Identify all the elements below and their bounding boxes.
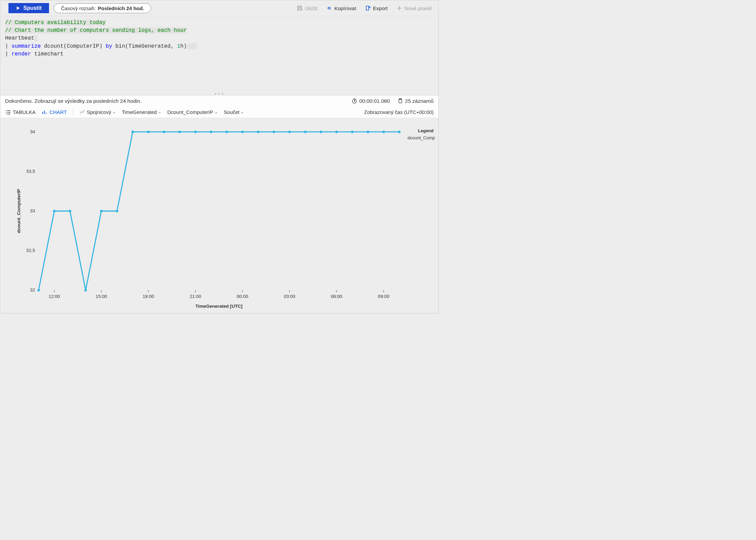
svg-point-39 xyxy=(241,131,244,133)
status-message: Dokončeno. Zobrazují se výsledky za posl… xyxy=(5,98,142,104)
svg-text:03:00: 03:00 xyxy=(284,294,295,299)
svg-point-33 xyxy=(147,131,149,133)
svg-point-38 xyxy=(225,131,228,133)
legend-title: Legend xyxy=(406,128,434,133)
stopwatch-icon xyxy=(351,98,357,104)
chevron-down-icon: ⌄ xyxy=(241,110,244,114)
copy-button[interactable]: Kopírovat xyxy=(324,4,358,13)
svg-point-45 xyxy=(335,131,338,133)
chart-area: 3232,53333,53412:0015:0018:0021:0000:000… xyxy=(0,118,438,313)
svg-point-29 xyxy=(84,289,87,291)
new-rule-label: Nové pravid xyxy=(405,5,432,11)
svg-text:00:00: 00:00 xyxy=(237,294,248,299)
chart-canvas[interactable]: 3232,53333,53412:0015:0018:0021:0000:000… xyxy=(14,125,403,310)
svg-text:09:00: 09:00 xyxy=(378,294,389,299)
clipboard-icon xyxy=(397,98,403,104)
svg-point-41 xyxy=(273,131,275,133)
svg-point-27 xyxy=(53,210,55,212)
legend-series-label: dcount_Compu xyxy=(408,135,435,140)
svg-point-48 xyxy=(382,131,385,133)
svg-point-49 xyxy=(398,131,400,133)
x-field-dropdown[interactable]: TimeGenerated ⌄ xyxy=(122,109,161,115)
new-rule-button[interactable]: Nové pravid xyxy=(394,4,434,13)
y-field-label: Dcount_ComputerIP xyxy=(167,109,213,115)
export-button[interactable]: Export xyxy=(363,4,390,13)
svg-text:34: 34 xyxy=(30,129,35,134)
line-chart-icon xyxy=(79,109,86,115)
chart-legend: Legend dcount_Compu xyxy=(403,125,435,310)
svg-point-43 xyxy=(304,131,306,133)
query-editor-app: Spustit Časový rozsah: Posledních 24 hod… xyxy=(0,0,439,313)
aggregation-label: Součet xyxy=(224,109,240,115)
svg-point-26 xyxy=(38,289,40,291)
svg-text:TimeGenerated [UTC]: TimeGenerated [UTC] xyxy=(195,304,242,309)
svg-point-35 xyxy=(178,131,181,133)
tab-table-label: TABULKA xyxy=(13,109,35,115)
aggregation-dropdown[interactable]: Součet ⌄ xyxy=(224,109,244,115)
link-icon xyxy=(326,5,332,11)
legend-item[interactable]: dcount_Compu xyxy=(406,135,434,140)
svg-text:dcount_ComputerIP: dcount_ComputerIP xyxy=(16,189,21,233)
svg-point-28 xyxy=(69,210,71,212)
tab-chart[interactable]: CHART xyxy=(42,109,67,115)
svg-text:33,5: 33,5 xyxy=(26,169,35,174)
svg-text:33: 33 xyxy=(30,208,35,213)
timerange-value: Posledních 24 hod. xyxy=(98,5,144,11)
plus-icon xyxy=(396,5,403,11)
svg-text:15:00: 15:00 xyxy=(96,294,107,299)
tab-chart-label: CHART xyxy=(49,109,67,115)
export-label: Export xyxy=(373,5,388,11)
chart-icon xyxy=(42,109,48,115)
svg-point-40 xyxy=(257,131,259,133)
svg-text:12:00: 12:00 xyxy=(49,294,60,299)
chart-type-dropdown[interactable]: Spojnicový ⌄ xyxy=(79,109,116,115)
svg-text:32,5: 32,5 xyxy=(26,248,35,253)
save-label: Uložit xyxy=(305,5,318,11)
timerange-picker[interactable]: Časový rozsah: Posledních 24 hod. xyxy=(54,3,151,13)
save-icon xyxy=(297,5,303,11)
timerange-prefix: Časový rozsah: xyxy=(61,5,96,11)
svg-point-37 xyxy=(210,131,212,133)
query-editor[interactable]: // Computers availability today// Chart … xyxy=(0,16,438,93)
toolbar: Spustit Časový rozsah: Posledních 24 hod… xyxy=(0,0,438,16)
play-icon xyxy=(16,6,21,10)
table-icon xyxy=(5,109,11,115)
save-button[interactable]: Uložit xyxy=(295,4,320,13)
svg-point-46 xyxy=(351,131,353,133)
chevron-down-icon: ⌄ xyxy=(158,110,161,114)
chart-type-label: Spojnicový xyxy=(87,109,112,115)
record-count: 25 záznamů xyxy=(397,98,434,104)
record-value: 25 záznamů xyxy=(405,98,434,104)
svg-point-30 xyxy=(100,210,102,212)
export-icon xyxy=(365,5,371,11)
svg-text:21:00: 21:00 xyxy=(190,294,201,299)
timezone-label[interactable]: Zobrazovaný čas (UTC+00:00) xyxy=(364,109,434,115)
copy-label: Kopírovat xyxy=(334,5,356,11)
chevron-down-icon: ⌄ xyxy=(215,110,218,114)
svg-text:18:00: 18:00 xyxy=(143,294,154,299)
result-toolbar: TABULKA CHART Spojnicový ⌄ TimeGenerated… xyxy=(0,107,438,118)
svg-point-31 xyxy=(116,210,118,212)
run-button-label: Spustit xyxy=(23,5,42,11)
svg-text:32: 32 xyxy=(30,287,35,292)
svg-point-44 xyxy=(320,131,322,133)
svg-point-32 xyxy=(131,131,134,133)
y-field-dropdown[interactable]: Dcount_ComputerIP ⌄ xyxy=(167,109,218,115)
status-bar: Dokončeno. Zobrazují se výsledky za posl… xyxy=(0,95,438,107)
run-button[interactable]: Spustit xyxy=(8,3,49,13)
elapsed-time: 00:00:01.080 xyxy=(351,98,390,104)
svg-point-36 xyxy=(194,131,197,133)
chevron-down-icon: ⌄ xyxy=(113,110,116,114)
elapsed-value: 00:00:01.080 xyxy=(359,98,390,104)
svg-point-42 xyxy=(288,131,291,133)
svg-text:06:00: 06:00 xyxy=(331,294,342,299)
tab-table[interactable]: TABULKA xyxy=(5,109,35,115)
svg-point-47 xyxy=(367,131,369,133)
x-field-label: TimeGenerated xyxy=(122,109,157,115)
svg-point-34 xyxy=(163,131,165,133)
